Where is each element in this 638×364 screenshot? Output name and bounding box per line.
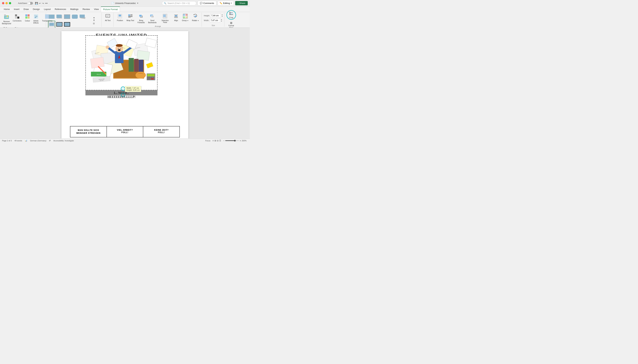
svg-rect-27 [80,14,85,18]
position-icon [118,14,122,19]
tab-draw[interactable]: Draw [22,6,31,12]
width-input[interactable] [210,18,220,22]
svg-rect-9 [26,14,27,16]
focus-button[interactable]: Focus [205,140,210,142]
arrange-group: Position Wrap Text [114,13,202,27]
styles-more-button[interactable]: ▲ [93,16,95,19]
word-count-icon[interactable]: 📊 [25,140,27,142]
crop-button[interactable]: Crop [226,10,236,20]
view-icon-2[interactable]: ⊞ [214,140,216,142]
align-button[interactable]: Align [172,13,180,22]
box1-line1: MAN SOLLTE SICH [72,129,105,132]
accessibility-info[interactable]: Accessibility: Investigate [53,140,74,142]
statusbar-right: Focus ≡ ⊞ ⊟ ☰ − + 250% [205,139,248,142]
height-label: Height: [204,14,210,17]
crop-cursor-top[interactable] [121,86,125,91]
svg-text:VOL.10: VOL.10 [96,74,101,75]
send-backward-button[interactable]: SendBackwards [147,13,158,24]
crop-button-inner: Crop [229,11,234,18]
svg-rect-82 [134,59,138,72]
close-button[interactable] [2,2,4,4]
tab-view[interactable]: View [92,6,101,12]
height-input[interactable] [210,14,221,18]
style-plain[interactable] [48,13,55,20]
dropdown-icon[interactable]: ▼ [137,2,138,4]
tab-mailings[interactable]: Mailings [68,6,81,12]
style-drop-shadow[interactable] [56,13,63,20]
height-spinners: ▲ ▼ [222,14,223,17]
svg-rect-57 [183,14,185,16]
search-bar[interactable]: 🔍 Search (Cmd + Ctrl + U) [162,1,196,5]
tab-insert[interactable]: Insert [12,6,22,12]
search-placeholder: Search (Cmd + Ctrl + U) [168,2,190,4]
rotate-button[interactable]: Rotate ▼ [190,13,200,22]
editing-button[interactable]: ✏️ Editing ▼ [218,1,234,6]
language[interactable]: German (Germany) [30,140,46,142]
height-up-arrow[interactable]: ▲ [222,14,223,16]
wrap-text-button[interactable]: Wrap Text [125,13,136,22]
svg-rect-8 [17,17,19,18]
tab-home[interactable]: Home [2,6,12,12]
fullscreen-button[interactable] [9,2,11,4]
language-icon[interactable]: ⇄ [49,140,50,142]
zoom-slider[interactable] [225,140,239,141]
artistic-effects-label: ArtisticEffects [34,20,38,24]
position-label: Position [117,20,123,22]
view-icon-3[interactable]: ⊟ [217,140,218,142]
remove-background-button[interactable]: RemoveBackground [2,14,11,26]
style-border[interactable] [64,13,71,20]
share-button[interactable]: ↑ Share [235,1,248,5]
tab-layout[interactable]: Layout [42,6,53,12]
svg-rect-60 [186,16,187,18]
position-button[interactable]: Position [116,13,124,22]
adjust-group: RemoveBackground Corrections [1,13,46,27]
help-text-line1: I... NEED... [86,91,158,95]
help-text: I... NEED... HEEEEEEELLLLP! [86,91,158,99]
artistic-effects-button[interactable]: ArtisticEffects [32,14,40,25]
svg-point-96 [118,48,118,48]
save-icon[interactable]: 💾 [35,2,38,5]
alt-text-button[interactable]: ALT Alt Text [104,13,112,22]
selection-pane-button[interactable]: Selection Pane [158,13,172,24]
more-icon[interactable]: ••• [45,2,48,5]
height-down-arrow[interactable]: ▼ [222,16,223,17]
bottom-box-1: MAN SOLLTE SICH WENIGER STRESSEN [70,126,107,138]
svg-point-97 [120,48,121,48]
svg-rect-54 [175,15,177,16]
style-dark-border[interactable] [64,21,71,28]
zoom-control: − + 250% [223,139,248,142]
view-icon-1[interactable]: ≡ [212,140,214,142]
tab-review[interactable]: Review [80,6,92,12]
width-down-arrow[interactable]: ▼ [221,20,222,22]
tab-picture-format[interactable]: Picture Format [101,6,120,12]
zoom-in[interactable]: + [240,139,241,142]
zoom-value[interactable]: 250% [242,140,248,142]
header-right: 🔍 Search (Cmd + Ctrl + U) 💬 Comments ✏️ … [162,1,248,6]
width-row: Width: ▲ ▼ [204,18,223,22]
style-perspective[interactable] [79,13,86,20]
tab-design[interactable]: Design [31,6,42,12]
zoom-out[interactable]: − [223,139,224,142]
group-button[interactable]: Group ▼ [180,13,190,22]
width-up-arrow[interactable]: ▲ [221,19,222,20]
minimize-button[interactable] [6,2,8,4]
style-bw[interactable] [56,21,63,28]
view-icon-4[interactable]: ☰ [219,140,221,142]
style-rounded[interactable] [71,13,78,20]
comments-button[interactable]: 💬 Comments [198,1,216,6]
svg-rect-83 [138,60,144,72]
colour-label: Colour [25,20,30,22]
styles-less-button[interactable]: ▼ [93,19,95,22]
svg-rect-21 [49,14,54,19]
page-info: Page 2 of 3 [2,140,12,142]
tab-references[interactable]: References [53,6,68,12]
styles-all-button[interactable]: ⊟ [93,22,95,25]
colour-button[interactable]: Colour [24,14,31,22]
style-white-border[interactable] [48,21,55,28]
corrections-button[interactable]: Corrections [11,14,23,22]
redo-icon[interactable]: ↪ [42,2,44,5]
svg-rect-115 [149,77,150,78]
bring-forward-button[interactable]: BringForwards [136,13,146,24]
autosave-toggle[interactable] [28,2,33,5]
undo-icon[interactable]: ↩ [39,2,41,5]
